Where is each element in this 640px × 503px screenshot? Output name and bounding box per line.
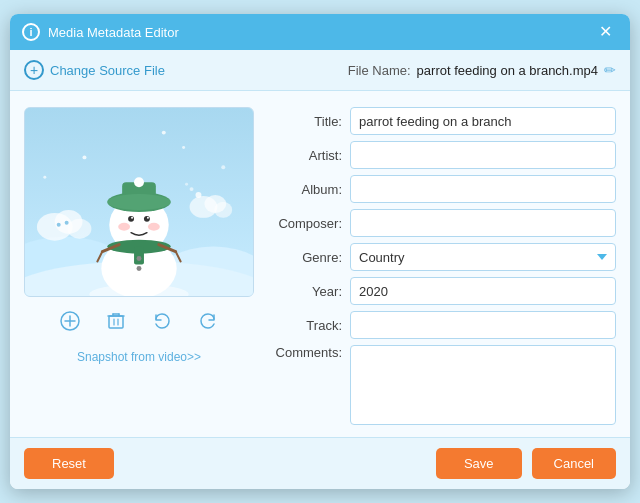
svg-point-25: [118, 223, 130, 231]
album-field-row: Album:: [270, 175, 616, 203]
svg-point-8: [65, 221, 69, 225]
svg-point-40: [162, 131, 166, 135]
svg-point-23: [131, 217, 133, 219]
footer: Reset Save Cancel: [10, 437, 630, 489]
track-input[interactable]: [350, 311, 616, 339]
footer-right-buttons: Save Cancel: [436, 448, 616, 479]
file-name-label: File Name:: [348, 63, 411, 78]
composer-label: Composer:: [270, 216, 342, 231]
svg-point-24: [147, 217, 149, 219]
snapshot-link[interactable]: Snapshot from video>>: [77, 350, 201, 364]
edit-filename-icon[interactable]: ✏: [604, 62, 616, 78]
change-source-label: Change Source File: [50, 63, 165, 78]
svg-point-21: [128, 216, 134, 222]
title-input[interactable]: [350, 107, 616, 135]
title-label: Title:: [270, 114, 342, 129]
svg-point-12: [196, 192, 202, 198]
title-bar-left: i Media Metadata Editor: [22, 23, 179, 41]
svg-point-39: [43, 176, 46, 179]
change-source-button[interactable]: + Change Source File: [24, 60, 165, 80]
undo-button[interactable]: [148, 307, 176, 340]
svg-point-13: [190, 187, 194, 191]
year-label: Year:: [270, 284, 342, 299]
svg-rect-44: [109, 316, 123, 328]
genre-field-row: Genre: Country Pop Rock Jazz Classical H…: [270, 243, 616, 271]
svg-point-7: [57, 223, 61, 227]
year-input[interactable]: [350, 277, 616, 305]
svg-point-20: [134, 177, 144, 187]
cancel-button[interactable]: Cancel: [532, 448, 616, 479]
delete-image-button[interactable]: [102, 307, 130, 340]
toolbar: + Change Source File File Name: parrot f…: [10, 50, 630, 91]
save-button[interactable]: Save: [436, 448, 522, 479]
track-field-row: Track:: [270, 311, 616, 339]
add-icon: +: [24, 60, 44, 80]
genre-select[interactable]: Country Pop Rock Jazz Classical Hip-Hop …: [350, 243, 616, 271]
svg-point-22: [144, 216, 150, 222]
svg-point-30: [137, 266, 142, 271]
comments-label: Comments:: [270, 345, 342, 360]
file-name-area: File Name: parrot feeding on a branch.mp…: [348, 62, 616, 78]
svg-point-29: [137, 256, 142, 261]
title-field-row: Title:: [270, 107, 616, 135]
svg-point-36: [82, 155, 86, 159]
add-image-button[interactable]: [56, 307, 84, 340]
thumbnail-actions: [56, 307, 222, 340]
info-icon: i: [22, 23, 40, 41]
artist-field-row: Artist:: [270, 141, 616, 169]
media-metadata-editor-dialog: i Media Metadata Editor ✕ + Change Sourc…: [10, 14, 630, 489]
composer-input[interactable]: [350, 209, 616, 237]
genre-label: Genre:: [270, 250, 342, 265]
svg-point-14: [185, 183, 188, 186]
comments-field-row: Comments:: [270, 345, 616, 425]
svg-point-37: [182, 146, 185, 149]
title-bar: i Media Metadata Editor ✕: [10, 14, 630, 50]
redo-button[interactable]: [194, 307, 222, 340]
artist-label: Artist:: [270, 148, 342, 163]
comments-textarea[interactable]: [350, 345, 616, 425]
svg-point-19: [107, 194, 170, 210]
svg-rect-28: [134, 247, 144, 265]
year-field-row: Year:: [270, 277, 616, 305]
composer-field-row: Composer:: [270, 209, 616, 237]
thumbnail-section: Snapshot from video>>: [24, 107, 254, 425]
close-button[interactable]: ✕: [593, 22, 618, 42]
artist-input[interactable]: [350, 141, 616, 169]
reset-button[interactable]: Reset: [24, 448, 114, 479]
svg-point-6: [68, 219, 92, 239]
svg-point-11: [214, 202, 232, 218]
album-label: Album:: [270, 182, 342, 197]
svg-point-38: [221, 165, 225, 169]
track-label: Track:: [270, 318, 342, 333]
svg-point-26: [148, 223, 160, 231]
thumbnail-image: [24, 107, 254, 297]
album-input[interactable]: [350, 175, 616, 203]
main-content: Snapshot from video>> Title: Artist: Alb…: [10, 91, 630, 437]
dialog-title: Media Metadata Editor: [48, 25, 179, 40]
file-name-value: parrot feeding on a branch.mp4: [417, 63, 598, 78]
metadata-form: Title: Artist: Album: Composer: Genre: C…: [270, 107, 616, 425]
